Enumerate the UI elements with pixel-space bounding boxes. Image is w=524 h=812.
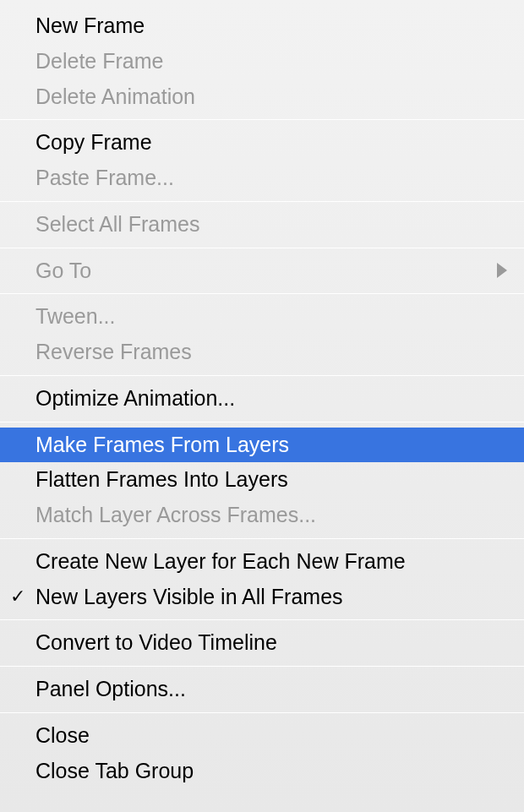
- menu-divider: [0, 248, 524, 248]
- menu-divider: [0, 712, 524, 713]
- menu-divider: [0, 119, 524, 120]
- menu-item-label: Go To: [35, 259, 91, 282]
- menu-item-optimize-animation[interactable]: Optimize Animation...: [0, 381, 524, 417]
- menu-item-new-layers-visible-all-frames[interactable]: ✓ New Layers Visible in All Frames: [0, 580, 524, 615]
- menu-divider: [0, 293, 524, 294]
- menu-divider: [0, 375, 524, 376]
- menu-item-close-tab-group[interactable]: Close Tab Group: [0, 754, 524, 789]
- menu-item-copy-frame[interactable]: Copy Frame: [0, 125, 524, 161]
- menu-divider: [0, 201, 524, 202]
- menu-item-reverse-frames: Reverse Frames: [0, 335, 524, 370]
- menu-item-go-to: Go To: [0, 253, 524, 289]
- menu-item-tween: Tween...: [0, 299, 524, 335]
- menu-item-close[interactable]: Close: [0, 718, 524, 754]
- checkmark-icon: ✓: [10, 585, 25, 610]
- menu-divider: [0, 538, 524, 539]
- menu-top-padding: [0, 0, 524, 8]
- menu-item-convert-to-video-timeline[interactable]: Convert to Video Timeline: [0, 625, 524, 661]
- menu-divider: [0, 422, 524, 422]
- menu-item-select-all-frames: Select All Frames: [0, 207, 524, 243]
- menu-item-match-layer-across-frames: Match Layer Across Frames...: [0, 498, 524, 533]
- menu-item-delete-animation: Delete Animation: [0, 79, 524, 115]
- menu-item-make-frames-from-layers[interactable]: Make Frames From Layers: [0, 428, 524, 463]
- menu-item-create-new-layer-each-frame[interactable]: Create New Layer for Each New Frame: [0, 544, 524, 580]
- menu-item-new-frame[interactable]: New Frame: [0, 8, 524, 44]
- menu-divider: [0, 666, 524, 667]
- menu-divider: [0, 619, 524, 620]
- menu-item-paste-frame: Paste Frame...: [0, 161, 524, 196]
- menu-item-delete-frame: Delete Frame: [0, 44, 524, 79]
- menu-item-flatten-frames-into-layers[interactable]: Flatten Frames Into Layers: [0, 462, 524, 498]
- menu-item-label: New Layers Visible in All Frames: [35, 585, 343, 608]
- submenu-arrow-icon: [497, 263, 507, 278]
- menu-item-panel-options[interactable]: Panel Options...: [0, 672, 524, 707]
- panel-context-menu: New Frame Delete Frame Delete Animation …: [0, 0, 524, 788]
